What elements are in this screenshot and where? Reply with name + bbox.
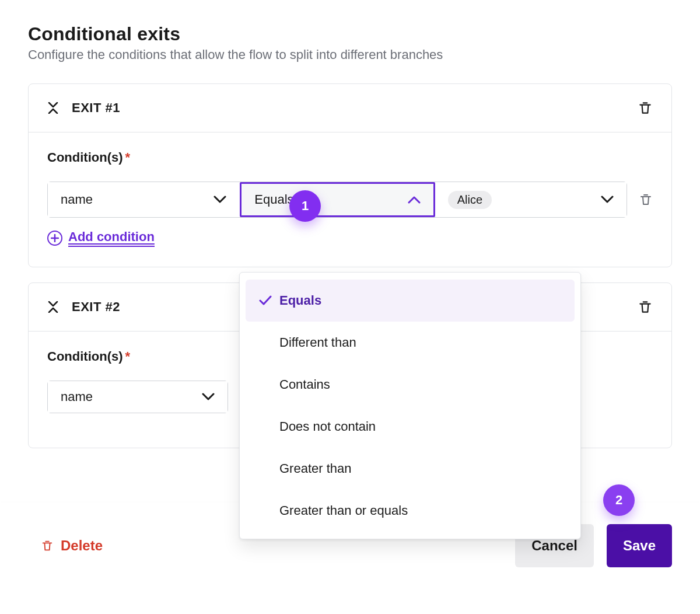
operator-option-label: Greater than (279, 461, 352, 476)
exit-title: EXIT #2 (72, 299, 120, 315)
trash-icon (638, 298, 653, 316)
chevron-down-icon (202, 389, 215, 404)
chevron-up-icon (408, 192, 421, 207)
delete-button[interactable]: Delete (41, 538, 103, 554)
condition-value-pill: Alice (448, 191, 492, 209)
callout-marker-1: 1 (289, 190, 321, 222)
exit-title: EXIT #1 (72, 100, 120, 116)
check-icon (254, 295, 277, 306)
condition-row: name Equals Alice (47, 182, 653, 218)
trash-icon (639, 191, 653, 208)
operator-dropdown[interactable]: Equals Different than Contains Does not … (239, 272, 581, 539)
page-title: Conditional exits (28, 23, 672, 45)
operator-option-different[interactable]: Different than (246, 322, 575, 364)
condition-fields: name (47, 381, 228, 413)
conditions-label: Condition(s) (47, 349, 123, 364)
operator-option-label: Contains (279, 377, 330, 392)
operator-option-label: Different than (279, 335, 356, 350)
exit-card-body: Condition(s)* name Equals (29, 132, 671, 267)
condition-operator-select[interactable]: Equals (240, 182, 435, 217)
operator-option-greater-eq[interactable]: Greater than or equals (246, 490, 575, 532)
plus-circle-icon (47, 231, 62, 246)
delete-button-label: Delete (61, 538, 103, 554)
operator-option-not-contain[interactable]: Does not contain (246, 406, 575, 448)
operator-option-greater[interactable]: Greater than (246, 448, 575, 490)
condition-field-value: name (61, 389, 93, 404)
add-condition-label: Add condition (68, 229, 155, 247)
delete-condition-button[interactable] (639, 182, 653, 218)
condition-field-select[interactable]: name (48, 182, 240, 217)
condition-field-value: name (61, 192, 93, 207)
condition-field-select[interactable]: name (48, 381, 228, 413)
condition-fields: name Equals Alice (47, 182, 627, 218)
conditions-label: Condition(s) (47, 150, 123, 165)
required-star: * (125, 150, 131, 165)
condition-operator-value: Equals (254, 192, 293, 207)
save-button[interactable]: Save (607, 524, 672, 567)
add-condition-button[interactable]: Add condition (47, 229, 653, 247)
trash-icon (638, 99, 653, 117)
delete-exit-button[interactable] (638, 298, 653, 316)
operator-option-equals[interactable]: Equals (246, 280, 575, 322)
chevron-down-icon (601, 192, 614, 207)
operator-option-label: Equals (279, 293, 321, 308)
collapse-icon[interactable] (47, 102, 59, 114)
operator-option-label: Greater than or equals (279, 503, 408, 518)
trash-icon (41, 538, 54, 553)
operator-option-label: Does not contain (279, 419, 376, 434)
chevron-down-icon (214, 192, 226, 207)
exit-card-header: EXIT #1 (29, 84, 671, 132)
page-subtitle: Configure the conditions that allow the … (28, 47, 672, 62)
callout-marker-2: 2 (603, 484, 635, 516)
operator-option-contains[interactable]: Contains (246, 364, 575, 406)
exit-card-1: EXIT #1 Condition(s)* name Equals (28, 83, 672, 267)
delete-exit-button[interactable] (638, 99, 653, 117)
required-star: * (125, 349, 131, 364)
collapse-icon[interactable] (47, 301, 59, 313)
condition-value-select[interactable]: Alice (435, 182, 626, 217)
